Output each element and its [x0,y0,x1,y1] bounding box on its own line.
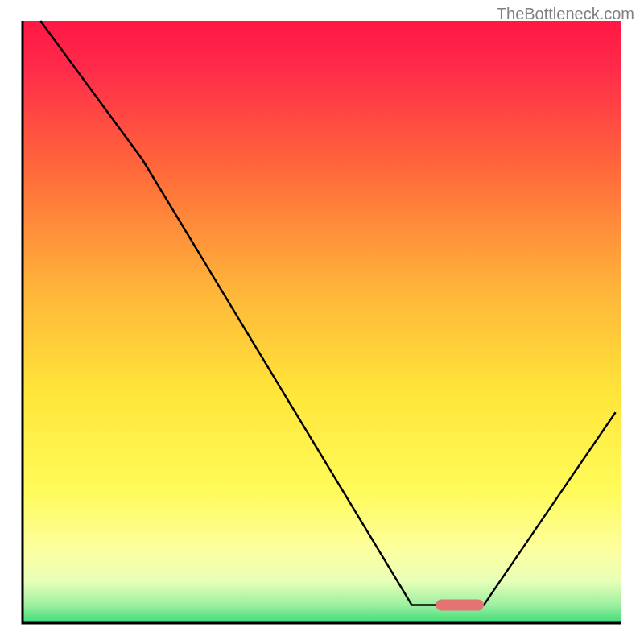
chart-container: TheBottleneck.com [0,0,644,644]
gradient-background [23,21,621,623]
optimal-marker [436,600,484,611]
bottleneck-chart [0,0,644,644]
watermark-text: TheBottleneck.com [497,5,634,23]
